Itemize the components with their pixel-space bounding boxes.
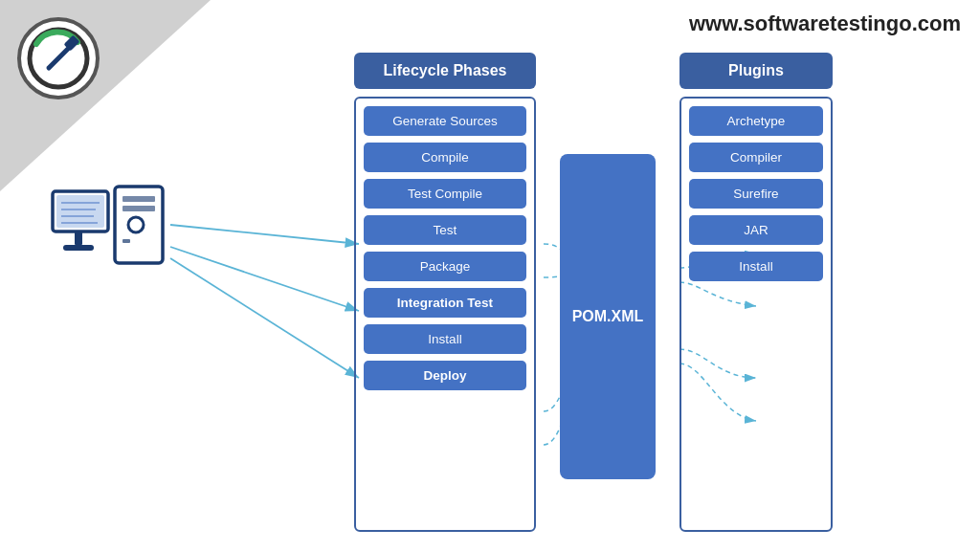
plugin-jar: JAR bbox=[689, 215, 823, 245]
pom-column: POM.XML bbox=[555, 100, 660, 532]
phase-integration-test: Integration Test bbox=[364, 288, 526, 318]
svg-rect-11 bbox=[63, 245, 94, 251]
phase-install: Install bbox=[364, 324, 526, 354]
plugin-compiler: Compiler bbox=[689, 143, 823, 172]
phase-package: Package bbox=[364, 252, 526, 281]
plugin-surefire: Surefire bbox=[689, 179, 823, 209]
logo bbox=[17, 17, 103, 103]
phases-box: Generate Sources Compile Test Compile Te… bbox=[354, 97, 536, 532]
svg-rect-10 bbox=[75, 231, 82, 245]
plugin-install: Install bbox=[689, 252, 823, 281]
svg-rect-7 bbox=[122, 239, 130, 243]
svg-line-1 bbox=[49, 46, 71, 68]
pom-xml-box: POM.XML bbox=[560, 154, 656, 479]
plugins-box: Archetype Compiler Surefire JAR Install bbox=[679, 97, 833, 532]
phase-compile: Compile bbox=[364, 143, 526, 172]
diagram-container: Lifecycle Phases Generate Sources Compil… bbox=[354, 53, 961, 532]
svg-rect-5 bbox=[122, 206, 155, 211]
phase-generate-sources: Generate Sources bbox=[364, 106, 526, 136]
phase-test-compile: Test Compile bbox=[364, 179, 526, 209]
phase-deploy: Deploy bbox=[364, 361, 526, 390]
plugins-column: Plugins Archetype Compiler Surefire JAR … bbox=[679, 53, 833, 532]
website-url: www.softwaretestingo.com bbox=[689, 11, 961, 36]
svg-point-6 bbox=[128, 217, 144, 232]
phase-test: Test bbox=[364, 215, 526, 245]
svg-rect-4 bbox=[122, 196, 155, 202]
computer-icon bbox=[48, 163, 172, 291]
lifecycle-header: Lifecycle Phases bbox=[354, 53, 536, 89]
lifecycle-column: Lifecycle Phases Generate Sources Compil… bbox=[354, 53, 536, 532]
plugin-archetype: Archetype bbox=[689, 106, 823, 136]
plugins-header: Plugins bbox=[679, 53, 833, 89]
